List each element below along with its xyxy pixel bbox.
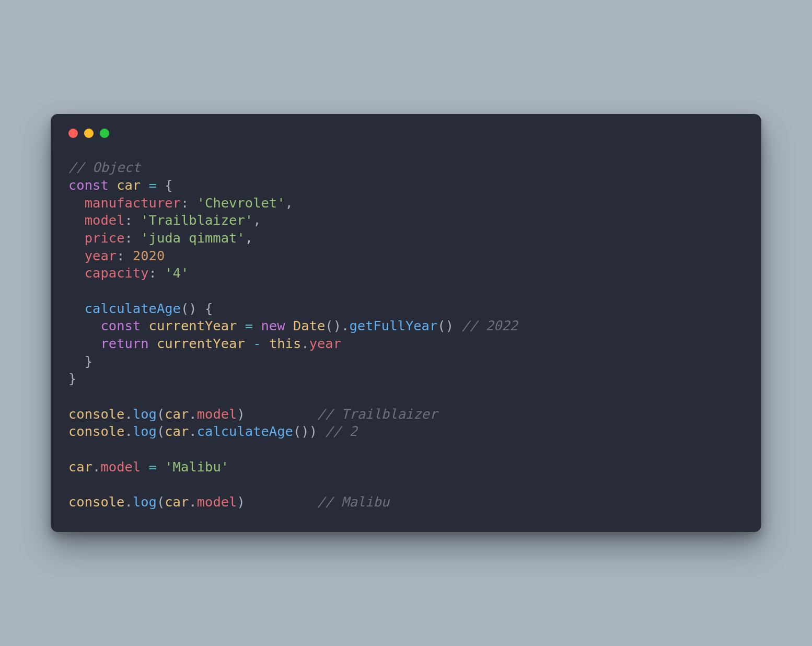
code-keyword: const bbox=[100, 318, 141, 333]
code-punct: ( bbox=[293, 423, 301, 439]
code-keyword: return bbox=[100, 336, 148, 351]
code-comment: // 2022 bbox=[461, 318, 517, 333]
code-brace: } bbox=[68, 371, 76, 386]
code-punct: ) bbox=[309, 423, 317, 439]
code-punct: ( bbox=[325, 318, 333, 333]
code-punct: . bbox=[124, 406, 132, 422]
code-property: manufacturer bbox=[85, 195, 181, 211]
code-variable: car bbox=[117, 177, 141, 193]
code-window: // Object const car = { manufacturer: 'C… bbox=[51, 114, 761, 532]
code-function: log bbox=[133, 406, 157, 422]
code-comment: // Malibu bbox=[317, 494, 389, 510]
code-this: this bbox=[269, 336, 301, 351]
code-property: capacity bbox=[85, 265, 149, 281]
code-punct: ) bbox=[446, 318, 454, 333]
code-object: console bbox=[68, 494, 124, 510]
code-punct: . bbox=[189, 494, 196, 510]
code-punct: : bbox=[149, 265, 157, 281]
code-punct: ) bbox=[237, 406, 245, 422]
code-punct: : bbox=[124, 212, 132, 228]
maximize-icon[interactable] bbox=[100, 129, 109, 138]
code-punct: . bbox=[124, 423, 132, 439]
code-punct: , bbox=[253, 212, 261, 228]
code-keyword: const bbox=[68, 177, 109, 193]
code-punct: : bbox=[124, 230, 132, 246]
code-function: log bbox=[133, 494, 157, 510]
code-string: 'Malibu' bbox=[165, 459, 229, 475]
code-property: year bbox=[309, 336, 341, 351]
code-punct: ) bbox=[189, 301, 196, 316]
code-punct: . bbox=[92, 459, 100, 475]
code-keyword: new bbox=[261, 318, 285, 333]
code-punct: . bbox=[189, 423, 196, 439]
code-function: log bbox=[133, 423, 157, 439]
traffic-lights bbox=[68, 129, 744, 138]
code-brace: { bbox=[205, 301, 213, 316]
code-punct: ( bbox=[157, 494, 165, 510]
code-equals: = bbox=[149, 459, 157, 475]
code-punct: ( bbox=[157, 423, 165, 439]
code-object: console bbox=[68, 406, 124, 422]
code-function: calculateAge bbox=[85, 301, 181, 316]
code-property: year bbox=[85, 248, 117, 263]
code-variable: currentYear bbox=[157, 336, 245, 351]
minimize-icon[interactable] bbox=[84, 129, 94, 138]
code-punct: ( bbox=[181, 301, 189, 316]
code-string: 'Chevrolet' bbox=[197, 195, 285, 211]
code-function: calculateAge bbox=[197, 423, 293, 439]
code-operator: - bbox=[253, 336, 261, 351]
code-equals: = bbox=[149, 177, 157, 193]
code-punct: : bbox=[181, 195, 189, 211]
code-punct: : bbox=[117, 248, 124, 263]
code-punct: ) bbox=[237, 494, 245, 510]
code-property: price bbox=[85, 230, 125, 246]
code-comment: // 2 bbox=[325, 423, 357, 439]
code-brace: { bbox=[165, 177, 172, 193]
code-object: console bbox=[68, 423, 124, 439]
code-equals: = bbox=[245, 318, 253, 333]
code-punct: ) bbox=[301, 423, 309, 439]
code-punct: ) bbox=[333, 318, 341, 333]
code-property: model bbox=[197, 494, 237, 510]
code-string: 'Trailblaizer' bbox=[141, 212, 253, 228]
code-punct: , bbox=[285, 195, 293, 211]
code-comment: // Object bbox=[68, 159, 141, 175]
code-punct: . bbox=[189, 406, 196, 422]
code-variable: car bbox=[165, 423, 189, 439]
code-number: 2020 bbox=[133, 248, 165, 263]
code-string: 'juda qimmat' bbox=[141, 230, 245, 246]
code-property: model bbox=[85, 212, 125, 228]
code-property: model bbox=[197, 406, 237, 422]
code-property: model bbox=[100, 459, 141, 475]
code-punct: , bbox=[245, 230, 253, 246]
code-variable: currentYear bbox=[149, 318, 237, 333]
code-brace: } bbox=[85, 353, 92, 369]
code-punct: . bbox=[341, 318, 349, 333]
code-string: '4' bbox=[165, 265, 189, 281]
code-punct: . bbox=[301, 336, 309, 351]
code-punct: ( bbox=[437, 318, 445, 333]
code-variable: car bbox=[68, 459, 92, 475]
code-punct: . bbox=[124, 494, 132, 510]
code-punct: ( bbox=[157, 406, 165, 422]
code-function: getFullYear bbox=[349, 318, 437, 333]
code-block: // Object const car = { manufacturer: 'C… bbox=[68, 159, 744, 511]
code-comment: // Trailblaizer bbox=[317, 406, 437, 422]
close-icon[interactable] bbox=[68, 129, 78, 138]
code-variable: car bbox=[165, 406, 189, 422]
code-variable: car bbox=[165, 494, 189, 510]
code-class: Date bbox=[293, 318, 325, 333]
